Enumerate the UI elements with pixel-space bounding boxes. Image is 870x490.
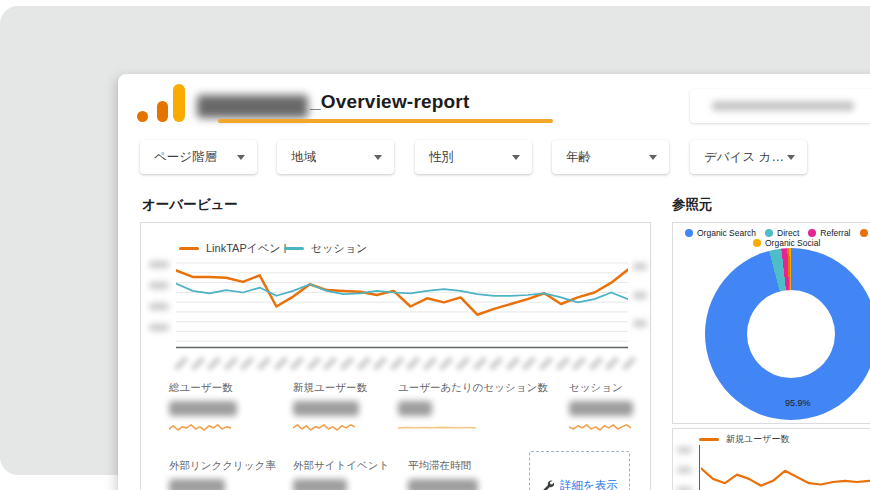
date-range-redacted — [712, 101, 854, 111]
x-axis-tick-redacted — [240, 356, 255, 371]
x-axis-tick-redacted — [174, 356, 189, 371]
x-axis-tick-redacted — [290, 356, 305, 371]
y-axis-tick-redacted — [677, 467, 692, 473]
referrer-donut-chart — [705, 248, 870, 420]
metric-value-redacted — [293, 401, 359, 416]
chevron-down-icon — [649, 155, 657, 160]
filter-chip-device-category[interactable]: デバイス カ… — [690, 140, 807, 174]
legend-label: LinkTAPイベント — [206, 241, 292, 256]
filter-label: ページ階層 — [154, 149, 217, 166]
x-axis-tick-redacted — [273, 356, 288, 371]
metric-external-site-events: 外部サイトイベント — [293, 459, 403, 490]
filter-chip-age[interactable]: 年齢 — [552, 140, 669, 174]
show-details-label: 詳細を表示 — [560, 478, 618, 490]
overview-heading: オーバービュー — [142, 196, 238, 214]
filter-label: デバイス カ… — [704, 149, 784, 166]
metric-avg-time-on-page: 平均滞在時間 — [408, 459, 518, 490]
x-axis-tick-redacted — [439, 356, 454, 371]
legend-label: セッション — [311, 241, 367, 256]
metric-value-redacted — [169, 479, 225, 490]
donut-slice-label: 95.9% — [785, 398, 811, 408]
metric-value-redacted — [169, 401, 237, 416]
show-details-button[interactable]: 詳細を表示 — [529, 451, 630, 490]
referrer-heading: 参照元 — [672, 196, 713, 214]
x-axis-tick-redacted — [223, 356, 238, 371]
filter-label: 年齢 — [566, 149, 591, 166]
legend-item-organic-social: Organic Social — [753, 238, 820, 248]
dashboard-panel: _Overview-report ページ階層 地域 性別 年齢 デバイス カ… … — [118, 74, 870, 490]
y-axis-tick-redacted — [149, 261, 169, 268]
x-axis-tick-redacted — [339, 356, 354, 371]
legend-item-referral: Referral — [808, 228, 850, 238]
metric-sparkline — [293, 421, 355, 434]
legend-dot — [808, 229, 816, 237]
donut-legend-row1: Organic Search Direct Referral Unassigne… — [685, 228, 870, 238]
donut-hole — [747, 290, 835, 378]
x-axis-tick-redacted — [539, 356, 554, 371]
legend-swatch — [699, 438, 719, 441]
timeseries-chart — [176, 259, 628, 351]
metric-value-redacted — [569, 401, 633, 416]
metric-label: 外部サイトイベント — [293, 459, 403, 473]
metric-label: セッション — [569, 381, 649, 395]
x-axis-tick-redacted — [306, 356, 321, 371]
page-title: _Overview-report — [310, 91, 470, 113]
metric-label: 新規ユーザー数 — [293, 381, 398, 395]
logo-short-bar — [157, 101, 168, 122]
y-axis-tick-right-redacted — [633, 320, 647, 327]
x-axis-tick-redacted — [257, 356, 272, 371]
legend-label: Organic Search — [697, 228, 756, 238]
chevron-down-icon — [787, 155, 795, 160]
x-axis-tick-redacted — [373, 356, 388, 371]
legend-dot — [765, 229, 773, 237]
donut-legend-row2: Organic Social — [753, 238, 820, 248]
x-axis-tick-redacted — [605, 356, 620, 371]
metric-label: 外部リンククリック率 — [169, 459, 289, 473]
chevron-down-icon — [374, 155, 382, 160]
legend-item-unassigned: Unassigned — [860, 228, 870, 238]
metric-total-users: 総ユーザー数 — [169, 381, 284, 434]
metric-label: 平均滞在時間 — [408, 459, 518, 473]
logo-dot — [137, 111, 148, 122]
metric-label: 総ユーザー数 — [169, 381, 284, 395]
x-axis-tick-redacted — [555, 356, 570, 371]
report-name-redacted — [197, 95, 308, 118]
metric-sparkline — [569, 421, 631, 434]
metric-external-link-ctr: 外部リンククリック率 — [169, 459, 289, 490]
x-axis-tick-redacted — [190, 356, 205, 371]
referrer-card: Organic Search Direct Referral Unassigne… — [672, 222, 870, 424]
metric-value-redacted — [408, 479, 478, 490]
metric-sparkline — [169, 421, 231, 434]
x-axis-tick-redacted — [572, 356, 587, 371]
legend-dot — [685, 229, 693, 237]
y-axis-tick-redacted — [677, 447, 692, 453]
y-axis-tick-redacted — [149, 324, 169, 331]
legend-swatch — [179, 247, 199, 250]
filter-label: 性別 — [429, 149, 454, 166]
y-axis-tick-right-redacted — [633, 292, 647, 299]
x-axis-tick-redacted — [207, 356, 222, 371]
x-axis-tick-redacted — [422, 356, 437, 371]
filter-chip-gender[interactable]: 性別 — [415, 140, 532, 174]
legend-label: Organic Social — [765, 238, 820, 248]
x-axis-tick-redacted — [622, 356, 637, 371]
legend-item-direct: Direct — [765, 228, 799, 238]
date-range-selector[interactable] — [690, 89, 870, 123]
filter-chip-page-path[interactable]: ページ階層 — [140, 140, 257, 174]
filter-label: 地域 — [291, 149, 316, 166]
legend-item-organic-search: Organic Search — [685, 228, 756, 238]
new-users-card: 新規ユーザー数 — [672, 428, 870, 490]
x-axis-tick-redacted — [505, 356, 520, 371]
x-axis-ticks-redacted — [171, 353, 641, 375]
legend-label: Direct — [777, 228, 799, 238]
x-axis-tick-redacted — [588, 356, 603, 371]
wrench-icon — [541, 479, 554, 490]
new-users-line-chart — [701, 445, 870, 490]
filter-chip-region[interactable]: 地域 — [277, 140, 394, 174]
y-axis-tick-right-redacted — [633, 263, 647, 270]
metric-value-redacted — [293, 479, 347, 490]
legend-dot — [860, 229, 868, 237]
x-axis-tick-redacted — [323, 356, 338, 371]
legend-swatch — [284, 247, 304, 250]
x-axis-tick-redacted — [456, 356, 471, 371]
